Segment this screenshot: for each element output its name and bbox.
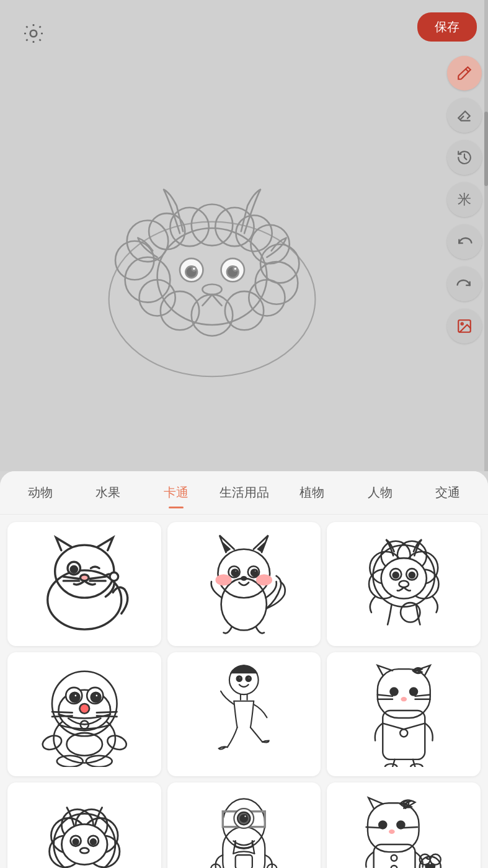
tab-fruit[interactable]: 水果 — [74, 478, 143, 507]
scrollbar[interactable] — [484, 0, 488, 471]
redo-tool-button[interactable] — [447, 267, 482, 301]
history-tool-button[interactable] — [447, 140, 482, 175]
svg-point-7 — [191, 205, 233, 246]
hello-kitty-sticker-card[interactable] — [327, 652, 481, 776]
svg-rect-109 — [236, 855, 252, 868]
svg-point-71 — [40, 733, 63, 752]
main-drawing — [51, 136, 373, 384]
tab-daily[interactable]: 生活用品 — [210, 478, 278, 507]
svg-point-86 — [402, 698, 406, 701]
svg-point-25 — [202, 284, 221, 294]
svg-point-73 — [56, 756, 82, 767]
svg-point-55 — [393, 572, 399, 578]
svg-point-124 — [430, 854, 441, 865]
svg-point-0 — [30, 30, 37, 37]
grid-tool-button[interactable]: 米 — [447, 182, 482, 217]
bottom-panel: 动物 水果 卡通 生活用品 植物 人物 交通 — [0, 471, 488, 868]
eraser-tool-button[interactable] — [447, 98, 482, 133]
svg-point-87 — [385, 764, 397, 767]
tab-cartoon[interactable]: 卡通 — [142, 478, 210, 507]
svg-point-99 — [73, 839, 78, 845]
svg-point-34 — [221, 578, 267, 631]
settings-button[interactable] — [17, 17, 50, 50]
svg-point-81 — [400, 729, 407, 737]
tab-people[interactable]: 人物 — [346, 478, 414, 507]
lamb-small-sticker-card[interactable] — [7, 782, 161, 868]
tab-transport[interactable]: 交通 — [414, 478, 482, 507]
svg-point-43 — [257, 575, 272, 585]
svg-point-100 — [91, 839, 96, 845]
svg-point-85 — [410, 688, 417, 696]
svg-point-13 — [139, 280, 175, 316]
svg-point-24 — [233, 267, 237, 270]
svg-point-31 — [71, 566, 77, 572]
svg-point-52 — [381, 558, 427, 598]
svg-point-66 — [74, 694, 77, 697]
right-toolbar: 米 — [447, 56, 482, 343]
cat-sticker-card[interactable] — [7, 522, 161, 646]
svg-point-40 — [234, 570, 237, 572]
hello-kitty-bear-sticker-card[interactable] — [327, 782, 481, 868]
svg-point-72 — [105, 733, 128, 752]
doraemon-sticker-card[interactable] — [7, 652, 161, 776]
boy-running-sticker-card[interactable] — [167, 652, 321, 776]
svg-point-119 — [389, 830, 394, 833]
svg-point-56 — [409, 572, 415, 578]
svg-point-121 — [391, 866, 397, 868]
svg-point-14 — [249, 280, 285, 316]
svg-point-88 — [410, 764, 422, 767]
image-tool-button[interactable] — [447, 309, 482, 343]
svg-point-35 — [218, 549, 270, 598]
svg-point-18 — [157, 228, 267, 325]
svg-point-84 — [390, 688, 397, 696]
svg-point-96 — [61, 824, 107, 864]
svg-point-108 — [244, 815, 247, 818]
svg-point-74 — [86, 756, 112, 767]
svg-point-78 — [239, 677, 241, 679]
svg-point-33 — [110, 572, 118, 581]
save-button[interactable]: 保存 — [417, 12, 477, 42]
svg-point-120 — [391, 855, 397, 861]
svg-point-17 — [191, 294, 233, 336]
svg-point-23 — [192, 267, 195, 270]
svg-point-27 — [461, 323, 463, 325]
sticker-grid — [0, 515, 488, 868]
undo-tool-button[interactable] — [447, 224, 482, 259]
svg-point-68 — [79, 704, 89, 714]
lamb-character-sticker-card[interactable] — [327, 522, 481, 646]
minion-sticker-card[interactable] — [167, 782, 321, 868]
svg-point-44 — [242, 577, 247, 580]
svg-point-67 — [95, 694, 98, 697]
tab-animal[interactable]: 动物 — [6, 478, 74, 507]
tab-plant[interactable]: 植物 — [278, 478, 346, 507]
category-tabs: 动物 水果 卡通 生活用品 植物 人物 交通 — [0, 471, 488, 515]
pikachu-sticker-card[interactable] — [167, 522, 321, 646]
svg-point-79 — [248, 677, 250, 679]
scrollbar-thumb[interactable] — [484, 112, 488, 186]
svg-point-42 — [216, 575, 231, 585]
svg-point-126 — [430, 864, 435, 868]
brush-tool-button[interactable] — [447, 56, 482, 91]
svg-point-41 — [254, 570, 257, 572]
canvas-area[interactable]: 保存 — [0, 0, 488, 471]
